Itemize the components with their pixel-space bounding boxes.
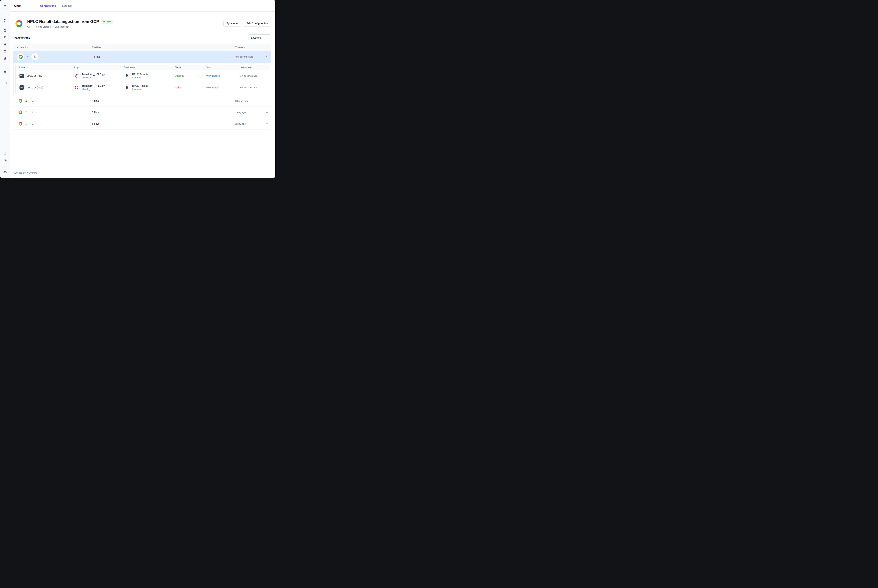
timestamp-value: 1 day ago bbox=[235, 111, 262, 114]
top-bar: Glue Connections Sources bbox=[10, 0, 275, 12]
script-avatar bbox=[74, 84, 80, 91]
csv-file-icon: CSV bbox=[20, 74, 24, 78]
avatar-initials: SS bbox=[3, 171, 6, 174]
storage-box-icon[interactable] bbox=[3, 49, 7, 53]
edit-configuration-button[interactable]: Edit Configuration bbox=[243, 20, 271, 27]
sync-now-button[interactable]: Sync now bbox=[223, 20, 242, 27]
view-logs-link[interactable]: View logs bbox=[82, 88, 105, 90]
timestamp-value: few seconds ago bbox=[236, 56, 262, 58]
main-area: Glue Connections Sources HPLC Result dat… bbox=[10, 0, 275, 178]
collapse-row-button[interactable] bbox=[262, 55, 268, 58]
notification-bell-icon[interactable] bbox=[3, 152, 7, 156]
status-value: Success bbox=[175, 74, 184, 77]
active-dot-icon bbox=[104, 21, 105, 22]
gcp-source-avatar bbox=[17, 53, 24, 60]
source-file-name: LMX015 (.csv) bbox=[27, 74, 43, 77]
csv-file-avatar: CSV bbox=[18, 73, 25, 79]
script-name: Transform_HPLC.py bbox=[82, 84, 105, 87]
page-content: HPLC Result data ingestion from GCP Acti… bbox=[10, 12, 275, 178]
file-document-icon bbox=[125, 74, 129, 78]
total-files-value: 4 files bbox=[92, 99, 235, 102]
destination-name: HPLC Results bbox=[132, 84, 148, 87]
table-row[interactable]: 4 Files few seconds ago bbox=[14, 51, 271, 63]
expand-row-button[interactable] bbox=[262, 122, 269, 125]
double-chevron-icon bbox=[26, 55, 29, 58]
total-files-value: 4 Files bbox=[92, 56, 236, 58]
report-file-icon[interactable] bbox=[3, 56, 7, 60]
timestamp-value: 2 day ago bbox=[235, 123, 262, 125]
workflow-avatar bbox=[31, 53, 38, 60]
user-avatar[interactable]: SS bbox=[2, 169, 8, 175]
transactions-bar: Transactions Last week bbox=[14, 34, 271, 41]
workflow-icon bbox=[31, 122, 35, 126]
double-chevron-icon bbox=[25, 122, 28, 125]
workflow-avatar bbox=[30, 121, 36, 126]
total-files-value: 3 files bbox=[92, 111, 235, 114]
gcp-logo-icon bbox=[18, 122, 23, 126]
workflow-avatar bbox=[30, 98, 36, 104]
help-icon[interactable] bbox=[3, 159, 7, 163]
destination-avatar bbox=[124, 84, 130, 91]
apps-grid-icon[interactable] bbox=[3, 81, 7, 85]
dot-grid-icon[interactable] bbox=[3, 70, 7, 74]
double-chevron-icon bbox=[25, 99, 28, 102]
view-logs-link[interactable]: View logs bbox=[82, 76, 105, 79]
gcp-logo-icon bbox=[18, 110, 23, 114]
expand-row-button[interactable] bbox=[262, 99, 269, 102]
chevron-down-icon bbox=[266, 36, 269, 39]
tab-connections[interactable]: Connections bbox=[40, 4, 56, 7]
status-value: Failed bbox=[175, 86, 181, 89]
breadcrumb: GCP · Cloud Storage · Data ingestion bbox=[27, 26, 114, 28]
expand-row-button[interactable] bbox=[262, 111, 269, 114]
hamburger-menu-icon[interactable] bbox=[2, 2, 8, 9]
home-icon[interactable] bbox=[3, 28, 7, 32]
double-chevron-icon bbox=[25, 111, 28, 114]
file-document-icon bbox=[125, 86, 129, 90]
view-details-link[interactable]: View Details bbox=[206, 74, 220, 77]
detail-row: CSV LMX015 (.csv) Transform_HPLC.py View… bbox=[16, 70, 269, 82]
source-file-name: LMX017 (.csv) bbox=[27, 86, 43, 89]
script-avatar bbox=[74, 73, 80, 79]
view-details-link[interactable]: View Details bbox=[206, 86, 220, 89]
col-timestamp: Timestamp bbox=[235, 46, 262, 49]
details-header: Source Script Destination Status Status … bbox=[16, 65, 269, 70]
tab-sources[interactable]: Sources bbox=[62, 4, 72, 7]
transactions-table: Connections Total files Timestamp 4 File… bbox=[14, 44, 271, 129]
csv-file-avatar: CSV bbox=[18, 84, 25, 91]
workflow-icon bbox=[31, 99, 35, 103]
status-badge: Active bbox=[101, 20, 114, 24]
table-row[interactable]: 3 files 1 day ago bbox=[14, 106, 271, 118]
detail-row: CSV LMX017 (.csv) Transform_HPLC.py View… bbox=[16, 82, 269, 93]
destination-name: HPLC Results bbox=[132, 73, 148, 76]
connection-header: HPLC Result data ingestion from GCP Acti… bbox=[14, 19, 271, 28]
transaction-group-expanded: 4 Files few seconds ago Source Script De… bbox=[14, 51, 271, 95]
destination-avatar bbox=[124, 73, 130, 79]
gcp-logo-icon bbox=[15, 20, 23, 28]
last-updated-value: few seconds ago bbox=[240, 86, 269, 89]
total-files-value: 6 Files bbox=[92, 122, 235, 125]
table-row[interactable]: 4 files 8 hours ago bbox=[14, 95, 271, 106]
top-tabs: Connections Sources bbox=[40, 4, 72, 7]
sidebar-item-glue-active[interactable]: G bbox=[2, 34, 8, 40]
glue-g-icon: G bbox=[4, 36, 6, 39]
script-name: Transform_HPLC.py bbox=[82, 73, 105, 76]
app-window: G SS bbox=[0, 0, 275, 178]
entries-count: 2 entries bbox=[132, 88, 148, 90]
code-icon bbox=[75, 86, 79, 90]
app-title: Glue bbox=[14, 4, 20, 8]
sidebar: G SS bbox=[0, 0, 10, 178]
code-icon bbox=[75, 74, 79, 78]
last-updated-value: few seconds ago bbox=[240, 75, 269, 77]
gcp-logo-icon bbox=[18, 99, 23, 103]
page-title: HPLC Result data ingestion from GCP bbox=[27, 19, 99, 24]
csv-file-icon: CSV bbox=[20, 85, 24, 90]
time-range-dropdown[interactable]: Last week bbox=[248, 34, 271, 41]
col-connections: Connections bbox=[16, 46, 92, 49]
location-pin-icon[interactable] bbox=[3, 63, 7, 67]
stamp-icon[interactable] bbox=[3, 42, 7, 46]
workflow-icon bbox=[31, 111, 35, 114]
sidebar-divider bbox=[3, 78, 8, 78]
sync-frequency-note: Synched every 30 mins bbox=[14, 171, 37, 174]
table-row[interactable]: 6 Files 2 day ago bbox=[14, 118, 271, 129]
search-icon[interactable] bbox=[3, 19, 7, 22]
